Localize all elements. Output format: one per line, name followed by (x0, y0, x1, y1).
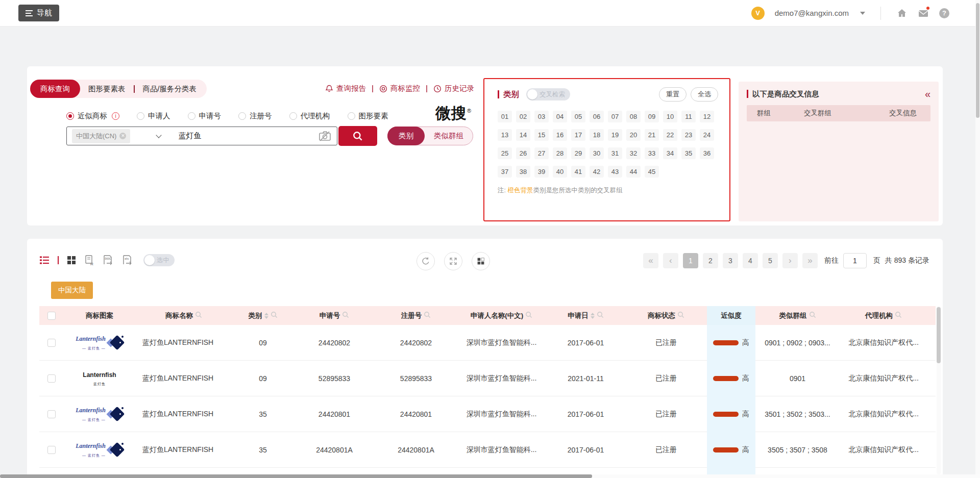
first-page-button[interactable]: « (643, 253, 658, 268)
goto-page-input[interactable] (843, 253, 867, 268)
list-view-icon[interactable] (39, 255, 50, 265)
category-number[interactable]: 24 (700, 129, 714, 141)
info-icon[interactable]: i (112, 112, 119, 120)
radio-circle[interactable] (289, 112, 297, 120)
page-button[interactable]: 5 (763, 253, 778, 268)
category-number[interactable]: 33 (645, 147, 659, 159)
category-number[interactable]: 17 (571, 129, 585, 141)
row-checkbox[interactable] (47, 446, 56, 454)
category-number[interactable]: 36 (700, 147, 714, 159)
search-button[interactable] (338, 126, 377, 146)
next-page-button[interactable]: › (782, 253, 798, 268)
history-link[interactable]: 历史记录 (433, 84, 474, 93)
avatar[interactable]: V (751, 7, 765, 20)
category-number[interactable]: 04 (553, 111, 567, 122)
category-number[interactable]: 03 (534, 111, 549, 122)
remove-chip-icon[interactable]: ✕ (119, 133, 126, 139)
page-button[interactable]: 2 (703, 253, 718, 268)
category-number[interactable]: 02 (516, 111, 530, 122)
region-chip[interactable]: 中国大陆(CN) ✕ (72, 129, 130, 143)
category-number[interactable]: 01 (498, 111, 512, 122)
category-number[interactable]: 19 (608, 129, 622, 141)
column-search-icon[interactable] (597, 311, 604, 320)
sort-icon[interactable] (264, 313, 268, 319)
category-number[interactable]: 10 (663, 111, 677, 122)
row-checkbox[interactable] (47, 339, 56, 347)
page-horizontal-scrollbar[interactable] (0, 474, 980, 478)
column-search-icon[interactable] (342, 311, 349, 320)
category-number[interactable]: 21 (645, 129, 659, 141)
export-doc-icon[interactable]: DOC (103, 255, 114, 266)
column-search-icon[interactable] (525, 311, 532, 320)
row-checkbox[interactable] (47, 374, 56, 383)
export-xls-icon[interactable]: xls (122, 255, 133, 266)
mode-category-button[interactable]: 类别 (387, 127, 425, 145)
category-number[interactable]: 41 (571, 166, 585, 178)
reset-button[interactable]: 重置 (659, 87, 687, 102)
category-number[interactable]: 34 (663, 147, 677, 159)
category-number[interactable]: 06 (590, 111, 604, 122)
mode-similar-group-button[interactable]: 类似群组 (425, 127, 473, 145)
home-icon[interactable] (896, 8, 908, 19)
category-number[interactable]: 22 (663, 129, 677, 141)
page-vertical-scrollbar[interactable] (975, 0, 980, 478)
search-input[interactable]: 中国大陆(CN) ✕ 蓝灯鱼 (66, 127, 337, 145)
category-number[interactable]: 08 (626, 111, 641, 122)
fullscreen-button[interactable] (444, 252, 462, 270)
select-all-checkbox[interactable] (47, 312, 56, 320)
column-search-icon[interactable] (271, 311, 278, 320)
prev-page-button[interactable]: ‹ (663, 253, 678, 268)
category-number[interactable]: 25 (498, 147, 512, 159)
category-number[interactable]: 39 (534, 166, 549, 178)
column-search-icon[interactable] (895, 311, 902, 320)
radio-option[interactable]: 代理机构 (289, 111, 330, 121)
trademark-monitor-link[interactable]: 商标监控 (379, 84, 420, 93)
category-number[interactable]: 37 (498, 166, 512, 178)
sort-icon[interactable] (591, 313, 595, 319)
column-search-icon[interactable] (424, 311, 431, 320)
category-number[interactable]: 45 (645, 166, 659, 178)
refresh-button[interactable] (416, 252, 435, 270)
chevron-down-icon[interactable] (860, 12, 865, 15)
category-number[interactable]: 32 (626, 147, 641, 159)
page-button[interactable]: 3 (723, 253, 738, 268)
cross-search-toggle[interactable]: 交叉检索 (526, 88, 570, 100)
user-email[interactable]: demo7@kangxin.com (775, 9, 849, 17)
radio-option[interactable]: 申请人 (137, 111, 170, 121)
mail-icon[interactable] (918, 8, 929, 19)
category-number[interactable]: 42 (590, 166, 604, 178)
tab-goods-services[interactable]: 商品/服务分类表 (135, 80, 205, 98)
category-number[interactable]: 11 (681, 111, 696, 122)
grid-view-icon[interactable] (67, 256, 76, 265)
table-scrollbar[interactable] (937, 306, 941, 474)
page-button[interactable]: 1 (683, 253, 698, 268)
category-number[interactable]: 14 (516, 129, 530, 141)
radio-option[interactable]: 图形要素 (348, 111, 388, 121)
collapse-icon[interactable]: « (925, 89, 930, 99)
category-number[interactable]: 20 (626, 129, 641, 141)
column-search-icon[interactable] (809, 311, 816, 320)
selected-only-toggle[interactable]: 选中 (143, 254, 175, 266)
category-number[interactable]: 09 (645, 111, 659, 122)
category-number[interactable]: 26 (516, 147, 530, 159)
category-number[interactable]: 07 (608, 111, 622, 122)
category-number[interactable]: 13 (498, 129, 512, 141)
category-number[interactable]: 05 (571, 111, 585, 122)
radio-circle[interactable] (348, 112, 355, 120)
radio-option[interactable]: 近似商标i (66, 111, 119, 121)
layout-button[interactable] (472, 252, 490, 270)
category-number[interactable]: 30 (590, 147, 604, 159)
column-search-icon[interactable] (195, 311, 202, 320)
select-all-button[interactable]: 全选 (691, 87, 718, 102)
report-doc-icon[interactable]: R (84, 255, 94, 266)
help-icon[interactable]: ? (939, 8, 949, 18)
radio-circle[interactable] (66, 112, 74, 120)
radio-option[interactable]: 申请号 (188, 111, 222, 121)
last-page-button[interactable]: » (802, 253, 818, 268)
category-number[interactable]: 27 (534, 147, 549, 159)
category-number[interactable]: 23 (681, 129, 696, 141)
category-number[interactable]: 29 (571, 147, 585, 159)
radio-circle[interactable] (238, 112, 246, 120)
category-number[interactable]: 28 (553, 147, 567, 159)
camera-off-icon[interactable] (318, 130, 332, 144)
